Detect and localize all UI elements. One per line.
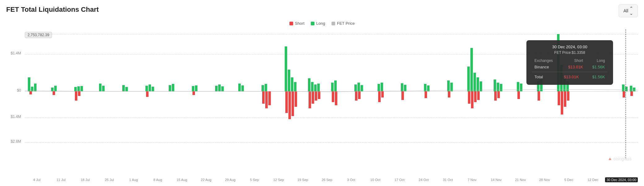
svg-rect-30 (308, 78, 310, 91)
legend: Short Long FET Price (289, 21, 355, 26)
tooltip-total-row: Total $13.01K $1.56K (532, 73, 607, 80)
x-label-26sep: 26 Sep (315, 178, 339, 182)
svg-rect-38 (361, 85, 363, 91)
svg-rect-68 (53, 91, 55, 95)
y-label-1-4m-bottom: $1.4M (0, 115, 24, 119)
tooltip-exchange-name: Binance (532, 63, 561, 71)
svg-rect-46 (450, 83, 453, 91)
tooltip-total-label: Total (532, 73, 552, 80)
x-label-17oct: 17 Oct (387, 178, 412, 182)
svg-rect-104 (567, 91, 569, 101)
y-label-0: $0 (0, 88, 24, 93)
tooltip-col-exchange: Exchanges (532, 58, 561, 63)
x-label-5sep: 5 Sep (242, 178, 266, 182)
svg-rect-101 (558, 91, 560, 105)
svg-rect-43 (424, 84, 426, 91)
svg-rect-45 (447, 80, 450, 91)
x-label-11jul: 11 Jul (49, 178, 73, 182)
svg-rect-0 (28, 77, 30, 91)
svg-rect-28 (291, 77, 293, 91)
chart-title: FET Total Liquidations Chart (6, 6, 99, 14)
svg-rect-98 (497, 91, 500, 98)
svg-rect-65 (630, 86, 632, 91)
svg-rect-96 (477, 91, 480, 100)
x-label-10oct: 10 Oct (363, 178, 387, 182)
svg-rect-94 (471, 91, 473, 108)
tooltip-col-long: Long (586, 58, 607, 63)
svg-rect-11 (125, 87, 128, 91)
svg-rect-99 (517, 91, 520, 99)
svg-rect-31 (311, 82, 313, 91)
svg-rect-36 (354, 84, 357, 91)
svg-rect-10 (122, 85, 125, 91)
svg-rect-78 (292, 91, 294, 116)
svg-rect-92 (448, 91, 450, 97)
tooltip-price: FET Price:$1.3358 (532, 50, 607, 55)
tooltip-long-val: $1.56K (586, 63, 607, 71)
x-label-31oct: 31 Oct (436, 178, 460, 182)
x-label-29aug: 29 Aug (218, 178, 242, 182)
svg-rect-72 (192, 91, 195, 95)
svg-rect-33 (317, 84, 320, 91)
svg-rect-13 (149, 84, 151, 91)
short-bars (29, 91, 633, 119)
svg-rect-44 (427, 85, 430, 91)
svg-rect-27 (288, 70, 290, 91)
svg-rect-74 (265, 91, 268, 108)
svg-rect-17 (192, 86, 194, 91)
svg-rect-35 (334, 80, 337, 91)
svg-rect-89 (381, 91, 384, 97)
svg-rect-7 (80, 86, 83, 91)
x-label-19sep: 19 Sep (291, 178, 315, 182)
x-label-12dec: 12 Dec (581, 178, 605, 182)
svg-rect-81 (312, 91, 314, 104)
legend-short: Short (289, 21, 305, 26)
svg-rect-22 (238, 84, 241, 91)
svg-rect-18 (195, 85, 197, 91)
svg-rect-19 (215, 86, 218, 91)
svg-rect-75 (268, 91, 271, 105)
svg-rect-37 (357, 83, 360, 91)
all-button[interactable]: All ⌃⌄ (619, 4, 638, 17)
svg-rect-69 (75, 91, 77, 101)
svg-rect-15 (169, 85, 171, 91)
svg-rect-4 (54, 86, 57, 91)
svg-rect-93 (468, 91, 470, 104)
x-label-3oct: 3 Oct (339, 178, 363, 182)
svg-rect-97 (494, 91, 497, 101)
x-label-8aug: 8 Aug (146, 178, 170, 182)
svg-rect-87 (358, 91, 361, 99)
chevron-icon: ⌃⌄ (629, 6, 633, 16)
svg-rect-77 (288, 91, 291, 119)
svg-rect-5 (74, 87, 77, 91)
y-label-2-8m: $2.8M (0, 139, 24, 144)
tooltip-total-short: $13.01K (552, 73, 581, 80)
svg-rect-79 (295, 91, 297, 107)
x-label-1aug: 1 Aug (122, 178, 146, 182)
svg-rect-90 (401, 91, 404, 100)
svg-rect-6 (77, 86, 80, 91)
x-label-5dec: 5 Dec (557, 178, 581, 182)
svg-rect-25 (265, 84, 267, 91)
tooltip-date: 30 Dec 2024, 03:00 (532, 45, 607, 49)
svg-rect-85 (335, 91, 337, 105)
svg-rect-56 (520, 84, 522, 91)
svg-rect-80 (309, 91, 311, 108)
svg-rect-102 (561, 91, 563, 115)
svg-rect-51 (480, 81, 482, 91)
svg-rect-91 (425, 91, 427, 98)
svg-rect-14 (152, 87, 154, 91)
svg-rect-42 (404, 85, 406, 91)
x-label-22aug: 22 Aug (194, 178, 218, 182)
svg-rect-20 (218, 84, 221, 91)
svg-rect-26 (285, 46, 287, 91)
svg-rect-64 (625, 87, 628, 91)
coinglass-watermark: 🔺 coinglass (607, 156, 632, 161)
svg-rect-83 (318, 91, 320, 99)
svg-rect-82 (315, 91, 317, 101)
svg-rect-24 (261, 85, 264, 91)
svg-rect-23 (241, 85, 244, 91)
svg-rect-70 (78, 91, 80, 96)
x-label-7nov: 7 Nov (460, 178, 484, 182)
svg-rect-39 (378, 84, 380, 91)
